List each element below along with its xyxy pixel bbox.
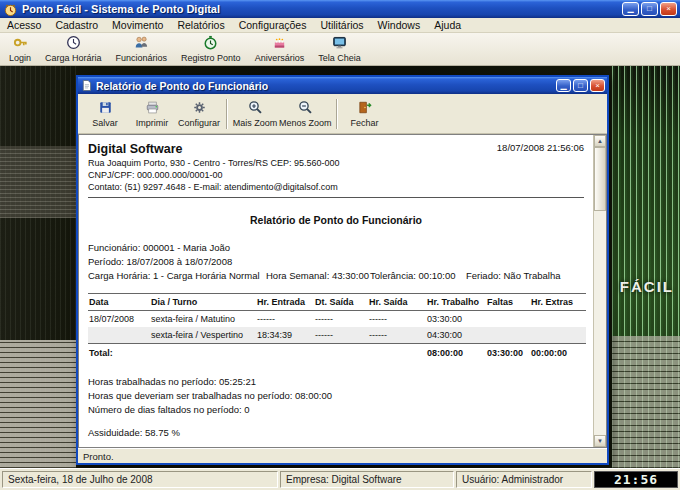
- report-workload-line: Carga Horária: 1 - Carga Horária Normal …: [88, 270, 584, 281]
- cell-hr-extras: [530, 311, 586, 328]
- window-controls: ▁ □ ×: [622, 2, 677, 16]
- report-contact: Contato: (51) 9297.4648 - E-mail: atendi…: [88, 182, 584, 192]
- statusbar-company-text: Empresa: Digital Software: [286, 474, 402, 485]
- menu-item-relatorios[interactable]: Relatórios: [170, 19, 231, 31]
- menu-item-acesso[interactable]: Acesso: [0, 19, 48, 31]
- menu-item-windows[interactable]: Windows: [371, 19, 428, 31]
- cell-hr-entrada: ------: [256, 311, 314, 328]
- report-datetime: 18/07/2008 21:56:06: [497, 142, 584, 153]
- report-toolbar: Salvar Imprimir Configurar Mais Zoom: [78, 94, 607, 134]
- total-faltas: 03:30:00: [486, 344, 530, 363]
- key-icon: [13, 35, 28, 52]
- clock-icon: [66, 35, 81, 52]
- summary-worked-hours: Horas trabalhadas no período: 05:25:21: [88, 376, 584, 387]
- toolbar-label: Tela Cheia: [318, 53, 361, 63]
- statusbar-digital-clock: 21:56: [594, 471, 678, 488]
- toolbar-separator: [226, 99, 228, 129]
- configure-button[interactable]: Configurar: [176, 97, 222, 131]
- col-dt-saida: Dt. Saída: [314, 294, 368, 311]
- summary-missed-days: Número de dias faltados no período: 0: [88, 404, 584, 415]
- close-button[interactable]: ×: [660, 2, 677, 16]
- header-divider: [88, 197, 584, 198]
- scroll-up-icon[interactable]: ▲: [594, 135, 606, 147]
- report-tolerance: Tolerância: 00:10:00: [370, 270, 466, 281]
- table-total-row: Total: 08:00:00 03:30:00 00:00:00: [88, 344, 586, 363]
- exit-door-icon: [357, 100, 372, 117]
- total-cell: [256, 344, 314, 363]
- col-hr-extras: Hr. Extras: [530, 294, 586, 311]
- report-close-button[interactable]: ×: [590, 79, 605, 92]
- zoom-out-button[interactable]: Menos Zoom: [279, 97, 332, 131]
- cell-dt-saida: ------: [314, 327, 368, 344]
- window-title: Ponto Fácil - Sistema de Ponto Digital: [22, 3, 622, 15]
- menu-item-cadastro[interactable]: Cadastro: [48, 19, 105, 31]
- printer-icon: [145, 100, 160, 117]
- report-holiday: Feriado: Não Trabalha: [466, 270, 561, 281]
- report-minimize-button[interactable]: ▁: [556, 79, 571, 92]
- report-window-titlebar: Relatório de Ponto do Funcionário ▁ □ ×: [78, 77, 607, 94]
- toolbar-label: Funcionários: [116, 53, 168, 63]
- col-data: Data: [88, 294, 150, 311]
- report-summary: Horas trabalhadas no período: 05:25:21 H…: [88, 376, 584, 438]
- menu-item-movimento[interactable]: Movimento: [105, 19, 170, 31]
- vertical-scrollbar[interactable]: ▲ ▼: [593, 135, 606, 447]
- report-window: Relatório de Ponto do Funcionário ▁ □ × …: [76, 75, 609, 465]
- maximize-button[interactable]: □: [641, 2, 658, 16]
- cell-hr-saida: ------: [368, 311, 426, 328]
- toolbar-label: Carga Horária: [45, 53, 102, 63]
- minimize-button[interactable]: ▁: [622, 2, 639, 16]
- monitor-icon: [332, 35, 347, 52]
- report-period: Período: 18/07/2008 à 18/07/2008: [88, 256, 584, 267]
- statusbar-user-text: Usuário: Administrador: [462, 474, 563, 485]
- wallpaper-text: FÁCIL: [620, 278, 674, 295]
- total-cell: [314, 344, 368, 363]
- total-label: Total:: [88, 344, 150, 363]
- report-title: Relatório de Ponto do Funcionário: [88, 214, 584, 226]
- report-employee: Funcionário: 000001 - Maria João: [88, 242, 584, 253]
- scrollbar-track[interactable]: [594, 211, 606, 435]
- toolbar-button-funcionarios[interactable]: Funcionários: [109, 34, 175, 64]
- col-hr-saida: Hr. Saída: [368, 294, 426, 311]
- save-button[interactable]: Salvar: [82, 97, 128, 131]
- close-report-button[interactable]: Fechar: [342, 97, 388, 131]
- floppy-icon: [98, 100, 113, 117]
- toolbar-button-login[interactable]: Login: [2, 34, 38, 64]
- cell-faltas: [486, 327, 530, 344]
- app-clock-icon: [3, 2, 18, 17]
- cell-dia-turno: sexta-feira / Matutino: [150, 311, 256, 328]
- zoom-in-icon: [248, 100, 263, 117]
- toolbar-label: Mais Zoom: [233, 118, 278, 128]
- print-button[interactable]: Imprimir: [129, 97, 175, 131]
- scrollbar-thumb[interactable]: [594, 147, 606, 211]
- zoom-in-button[interactable]: Mais Zoom: [232, 97, 278, 131]
- scroll-down-icon[interactable]: ▼: [594, 435, 606, 447]
- toolbar-button-registro-ponto[interactable]: Registro Ponto: [174, 34, 248, 64]
- menu-item-ajuda[interactable]: Ajuda: [427, 19, 468, 31]
- report-company-name: Digital Software: [88, 142, 182, 156]
- menu-item-configuracoes[interactable]: Configurações: [232, 19, 314, 31]
- report-maximize-button[interactable]: □: [573, 79, 588, 92]
- toolbar-label: Salvar: [92, 118, 118, 128]
- toolbar-button-tela-cheia[interactable]: Tela Cheia: [311, 34, 368, 64]
- table-header-row: Data Dia / Turno Hr. Entrada Dt. Saída H…: [88, 294, 586, 311]
- cell-faltas: [486, 311, 530, 328]
- wallpaper-sheet-music-left: [0, 340, 76, 468]
- statusbar: Sexta-feira, 18 de Julho de 2008 Empresa…: [0, 468, 680, 490]
- cell-hr-entrada: 18:34:39: [256, 327, 314, 344]
- report-info-block: Funcionário: 000001 - Maria João Período…: [88, 242, 584, 281]
- toolbar-button-carga-horaria[interactable]: Carga Horária: [38, 34, 109, 64]
- cell-dia-turno: sexta-feira / Vespertino: [150, 327, 256, 344]
- report-address: Rua Joaquim Porto, 930 - Centro - Torres…: [88, 158, 584, 168]
- toolbar-label: Menos Zoom: [279, 118, 332, 128]
- toolbar-label: Aniversários: [255, 53, 305, 63]
- total-cell: [150, 344, 256, 363]
- gear-icon: [192, 100, 207, 117]
- cell-hr-saida: ------: [368, 327, 426, 344]
- wallpaper-left-patch: [0, 146, 76, 218]
- total-hr-trabalho: 08:00:00: [426, 344, 486, 363]
- report-workload: Carga Horária: 1 - Carga Horária Normal: [88, 270, 266, 281]
- wallpaper-sheet-music-right: [612, 336, 680, 468]
- toolbar-button-aniversarios[interactable]: Aniversários: [248, 34, 312, 64]
- statusbar-user: Usuário: Administrador: [456, 471, 592, 488]
- menu-item-utilitarios[interactable]: Utilitários: [313, 19, 370, 31]
